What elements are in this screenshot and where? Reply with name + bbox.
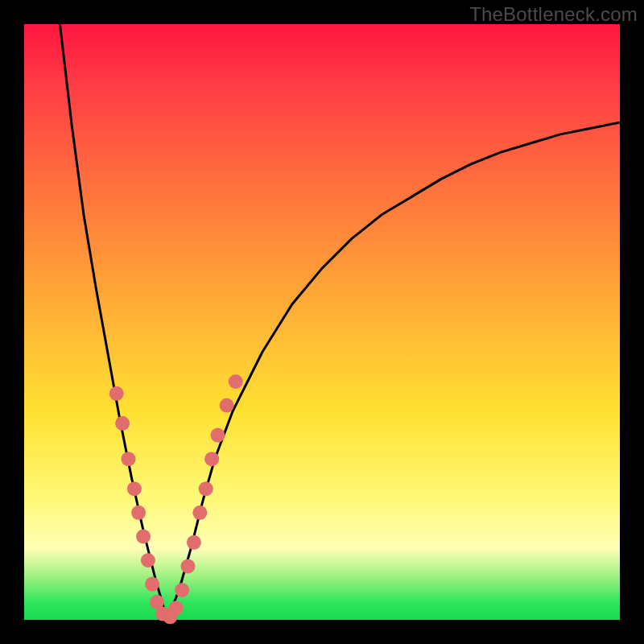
curve-overlay [24,24,620,620]
marker-dot [229,374,243,389]
marker-dot [220,398,234,413]
marker-dot [169,601,184,615]
marker-dot [181,559,196,573]
marker-dot [175,583,189,597]
marker-dot [192,506,207,520]
marker-dot [141,553,155,568]
watermark-text: TheBottleneck.com [469,3,638,26]
marker-dot [131,506,146,520]
marker-dot [122,452,136,466]
marker-dot [115,416,130,431]
marker-dot [211,428,225,443]
marker-dot [145,577,159,592]
marker-dot [127,481,142,496]
highlight-markers [109,374,243,624]
marker-dot [136,529,151,543]
marker-dot [109,386,124,401]
marker-dot [187,535,201,550]
curve-left-branch [60,24,167,620]
chart-frame: TheBottleneck.com [0,0,644,644]
marker-dot [204,452,219,466]
curve-right-branch [167,122,620,620]
marker-dot [199,481,213,496]
